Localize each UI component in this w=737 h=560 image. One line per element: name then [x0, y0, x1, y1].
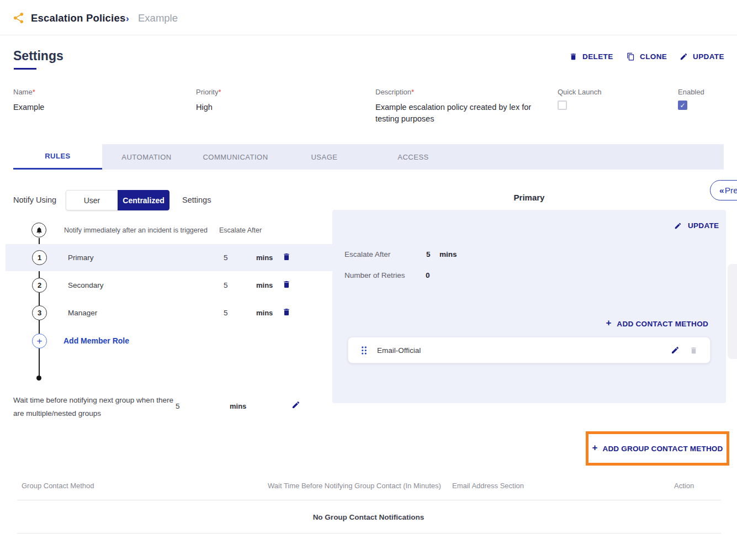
annotation-highlight-box: + ADD GROUP CONTACT METHOD: [586, 431, 729, 466]
tab-rules[interactable]: RULES: [13, 144, 102, 170]
detail-panel-title: Primary: [332, 193, 726, 202]
level-2-unit: mins: [256, 281, 273, 289]
update-button[interactable]: UPDATE: [680, 52, 724, 61]
prev-button-label: Prev: [725, 186, 737, 196]
toggle-centralized-option[interactable]: Centralized: [118, 190, 169, 210]
level-1-name[interactable]: Primary: [68, 253, 94, 262]
copy-icon: [627, 52, 635, 61]
table-divider: [17, 533, 721, 533]
detail-panel: [332, 210, 726, 403]
required-marker: *: [411, 88, 414, 96]
trash-icon: [569, 52, 577, 61]
rules-settings-link[interactable]: Settings: [182, 196, 211, 204]
required-marker: *: [218, 88, 221, 96]
table-divider: [17, 500, 721, 500]
wait-time-unit: mins: [230, 402, 246, 410]
column-header-group-contact-method: Group Contact Method: [22, 482, 94, 490]
wait-time-value: 5: [176, 402, 180, 410]
add-contact-method-button[interactable]: + ADD CONTACT METHOD: [606, 319, 708, 329]
tab-bar: RULES AUTOMATION COMMUNICATION USAGE ACC…: [13, 144, 724, 170]
plus-icon: +: [592, 442, 598, 453]
level-2-escalate-value[interactable]: 5: [224, 281, 228, 289]
tab-usage[interactable]: USAGE: [280, 144, 369, 170]
notify-using-label: Notify Using: [13, 196, 56, 204]
delete-button[interactable]: DELETE: [569, 52, 613, 61]
bell-step-node: [31, 223, 46, 237]
next-panel-peek[interactable]: [728, 264, 737, 359]
breadcrumb-root[interactable]: Escalation Policies: [31, 12, 125, 24]
add-contact-method-label: ADD CONTACT METHOD: [617, 320, 708, 328]
required-marker: *: [33, 88, 35, 96]
wait-time-label: Wait time before notifying next group wh…: [13, 394, 176, 420]
panel-escalate-after-label: Escalate After: [344, 250, 390, 258]
update-button-label: UPDATE: [693, 52, 724, 61]
panel-retries-value: 0: [426, 271, 430, 279]
drag-handle-icon[interactable]: [360, 346, 368, 355]
clone-button-label: CLONE: [640, 52, 667, 61]
stepper-header-text: Notify immediately after an incident is …: [64, 226, 208, 234]
add-member-role-button[interactable]: Add Member Role: [63, 336, 129, 345]
title-underline: [14, 68, 36, 70]
notify-using-toggle: User Centralized: [66, 190, 169, 210]
page-title: Settings: [13, 49, 63, 64]
panel-escalate-after-unit: mins: [439, 250, 457, 258]
level-3-escalate-value[interactable]: 5: [224, 309, 228, 317]
clone-button[interactable]: CLONE: [627, 52, 667, 61]
delete-button-label: DELETE: [582, 52, 613, 61]
column-header-action: Action: [674, 482, 694, 490]
level-3-name[interactable]: Manager: [68, 309, 97, 317]
plus-icon: +: [606, 318, 611, 329]
column-header-wait-time: Wait Time Before Notifying Group Contact…: [268, 482, 441, 490]
add-member-role-plus-icon[interactable]: +: [32, 334, 47, 348]
name-field-label: Name*: [13, 88, 35, 96]
level-2-trash-icon[interactable]: [282, 280, 291, 289]
wait-time-edit-pencil-icon[interactable]: [291, 400, 300, 409]
pencil-icon: [680, 52, 688, 61]
app-logo-branch-icon: [12, 12, 25, 24]
toggle-user-option[interactable]: User: [66, 190, 118, 210]
panel-update-label: UPDATE: [688, 221, 719, 230]
empty-table-message: No Group Contact Notifications: [0, 513, 737, 521]
contact-method-card: Email-Official: [348, 337, 711, 363]
tab-access[interactable]: ACCESS: [369, 144, 458, 170]
level-2-step-node: 2: [32, 278, 47, 293]
level-1-unit: mins: [256, 253, 273, 262]
tab-automation[interactable]: AUTOMATION: [102, 144, 191, 170]
quick-launch-checkbox[interactable]: [558, 101, 567, 110]
bell-icon: [35, 226, 43, 234]
enabled-checkbox[interactable]: ✓: [678, 101, 687, 110]
escalation-policy-page: Escalation Policies › Example Settings D…: [0, 0, 737, 560]
level-3-step-node: 3: [32, 305, 47, 320]
column-header-email-address-section: Email Address Section: [452, 482, 524, 490]
priority-field-value: High: [196, 102, 213, 113]
enabled-label: Enabled: [678, 88, 704, 96]
panel-update-button[interactable]: UPDATE: [674, 221, 719, 230]
description-field-value: Example escalation policy created by lex…: [375, 102, 533, 125]
name-field-value: Example: [13, 102, 44, 113]
level-3-trash-icon[interactable]: [282, 308, 291, 316]
contact-method-name: Email-Official: [377, 346, 421, 355]
add-group-contact-method-button[interactable]: + ADD GROUP CONTACT METHOD: [592, 443, 723, 453]
contact-method-trash-icon[interactable]: [690, 346, 698, 355]
quick-launch-label: Quick Launch: [558, 88, 602, 96]
level-1-escalate-value[interactable]: 5: [224, 253, 228, 262]
breadcrumb-chevron-icon: ›: [126, 13, 129, 24]
panel-escalate-after-value: 5: [426, 250, 431, 258]
level-2-name[interactable]: Secondary: [68, 281, 104, 289]
level-3-unit: mins: [256, 309, 273, 317]
tab-communication[interactable]: COMMUNICATION: [191, 144, 280, 170]
stepper-end-dot: [36, 376, 41, 381]
pencil-icon: [674, 222, 682, 230]
level-1-trash-icon[interactable]: [282, 252, 291, 261]
level-1-step-node: 1: [32, 250, 47, 265]
priority-field-label: Priority*: [196, 88, 221, 96]
breadcrumb-current: Example: [138, 12, 178, 24]
description-field-label: Description*: [375, 88, 533, 96]
escalate-after-header: Escalate After: [219, 226, 262, 234]
add-group-contact-method-label: ADD GROUP CONTACT METHOD: [602, 445, 723, 453]
header-divider: [0, 35, 737, 35]
panel-retries-label: Number of Retries: [344, 271, 405, 279]
contact-method-edit-pencil-icon[interactable]: [671, 346, 680, 355]
